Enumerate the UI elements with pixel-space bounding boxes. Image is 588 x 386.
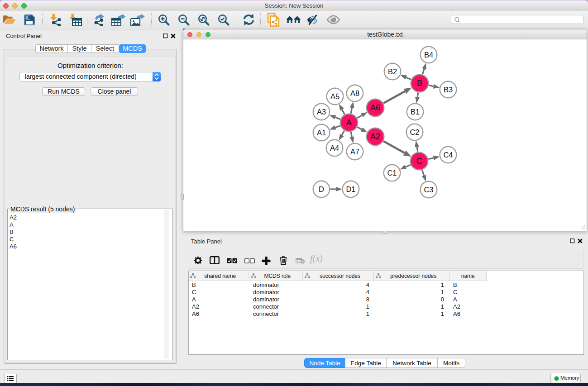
svg-text:A3: A3 bbox=[317, 108, 326, 116]
svg-text:C1: C1 bbox=[387, 169, 397, 177]
svg-text:C2: C2 bbox=[410, 128, 419, 136]
svg-text:C: C bbox=[416, 157, 422, 166]
svg-text:A5: A5 bbox=[330, 92, 339, 100]
svg-text:C4: C4 bbox=[443, 151, 453, 159]
svg-text:B2: B2 bbox=[388, 67, 397, 76]
svg-text:D1: D1 bbox=[346, 185, 355, 193]
svg-text:B4: B4 bbox=[424, 51, 433, 59]
svg-text:B3: B3 bbox=[444, 86, 453, 94]
svg-text:A2: A2 bbox=[370, 132, 380, 141]
svg-text:A1: A1 bbox=[317, 129, 326, 137]
svg-text:B: B bbox=[417, 79, 422, 88]
svg-text:A7: A7 bbox=[350, 148, 359, 156]
svg-text:A: A bbox=[346, 118, 352, 127]
svg-text:B1: B1 bbox=[411, 108, 420, 116]
svg-text:D: D bbox=[319, 185, 324, 193]
svg-text:A8: A8 bbox=[350, 89, 359, 97]
svg-text:A6: A6 bbox=[370, 103, 380, 112]
svg-text:A4: A4 bbox=[330, 144, 339, 152]
svg-text:C3: C3 bbox=[424, 186, 433, 194]
